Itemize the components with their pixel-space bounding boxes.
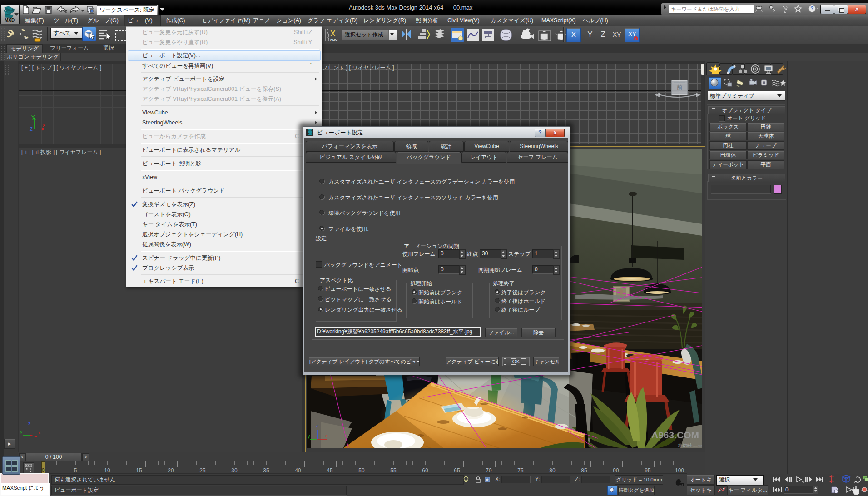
svg-text:x: x	[38, 430, 41, 435]
svg-text:y: y	[308, 433, 310, 439]
svg-text:A963.COM: A963.COM	[651, 430, 699, 440]
svg-text:Z: Z	[30, 126, 33, 132]
svg-text:?: ?	[810, 5, 813, 12]
svg-text:X: X	[42, 123, 46, 128]
svg-text:Y: Y	[31, 114, 35, 120]
svg-text:z: z	[316, 423, 318, 428]
svg-text:x: x	[325, 433, 328, 438]
svg-text:第七城市: 第七城市	[678, 443, 693, 447]
svg-text:ABC: ABC	[330, 38, 338, 42]
svg-text:www.THT.C: www.THT.C	[693, 445, 702, 447]
svg-text:z: z	[28, 421, 31, 426]
svg-text:y: y	[20, 429, 23, 434]
